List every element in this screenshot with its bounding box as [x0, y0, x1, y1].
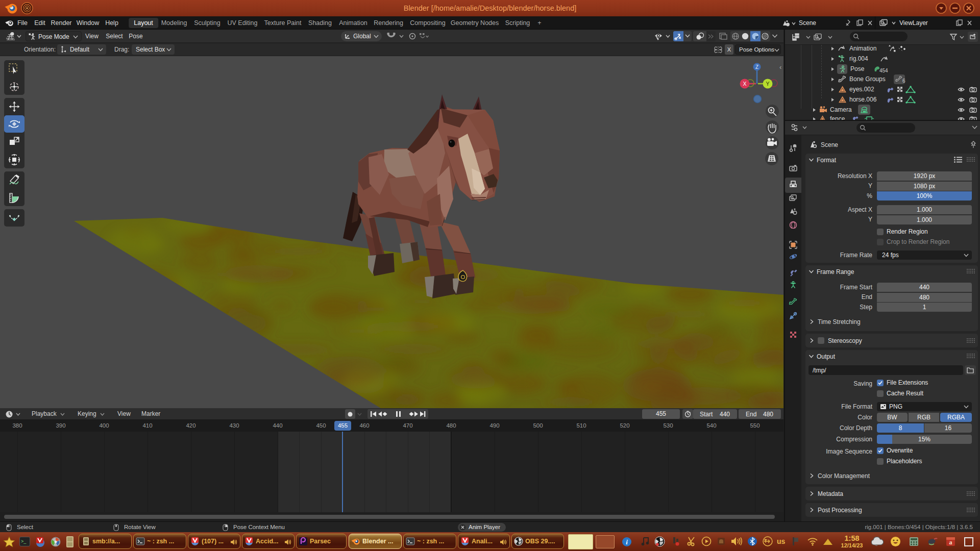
svg-text:i: i — [626, 538, 628, 546]
svg-text:Y: Y — [766, 81, 769, 87]
svg-text:a: a — [949, 539, 952, 546]
svg-text:X: X — [743, 81, 746, 87]
svg-text:Z: Z — [755, 64, 758, 70]
